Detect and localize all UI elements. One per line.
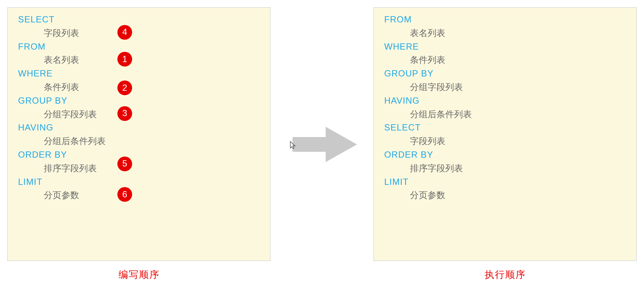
arrow-right-icon	[285, 122, 359, 166]
clause-row: ORDER BY排序字段列表	[384, 150, 626, 174]
clause-row: SELECT字段列表	[384, 122, 626, 147]
clause-description: 分页参数	[410, 190, 626, 201]
sql-keyword: LIMIT	[18, 177, 260, 187]
clause-row: GROUP BY分组字段列表3	[18, 96, 260, 120]
clause-description: 表名列表	[410, 28, 626, 39]
order-badge: 5	[117, 157, 132, 171]
clause-description: 排序字段列表	[410, 163, 626, 174]
right-panel-wrapper: FROM表名列表WHERE条件列表GROUP BY分组字段列表HAVING分组后…	[374, 7, 637, 281]
writing-order-panel: SELECT字段列表4FROM表名列表1WHERE条件列表2GROUP BY分组…	[7, 7, 270, 261]
clause-description: 排序字段列表5	[44, 163, 260, 174]
order-badge: 2	[117, 80, 132, 95]
sql-keyword: LIMIT	[384, 177, 626, 187]
sql-keyword: FROM	[18, 42, 260, 52]
sql-keyword: FROM	[384, 14, 626, 25]
clause-description: 分组字段列表3	[44, 109, 260, 120]
sql-keyword: ORDER BY	[384, 150, 626, 160]
arrow-section	[285, 122, 359, 166]
sql-keyword: SELECT	[18, 14, 260, 25]
sql-keyword: ORDER BY	[18, 150, 260, 160]
right-caption: 执行顺序	[485, 268, 526, 281]
clause-row: HAVING分组后条件列表	[18, 122, 260, 147]
sql-keyword: WHERE	[18, 68, 260, 79]
sql-keyword: WHERE	[384, 42, 626, 52]
left-panel-wrapper: SELECT字段列表4FROM表名列表1WHERE条件列表2GROUP BY分组…	[7, 7, 270, 281]
clause-description: 分组后条件列表	[44, 136, 260, 147]
sql-keyword: HAVING	[18, 122, 260, 133]
clause-description: 条件列表	[410, 55, 626, 65]
clause-row: WHERE条件列表	[384, 42, 626, 66]
cursor-icon	[290, 141, 296, 152]
clause-row: HAVING分组后条件列表	[384, 96, 626, 120]
clause-description: 字段列表	[410, 136, 626, 147]
clause-row: LIMIT分页参数	[384, 177, 626, 201]
sql-keyword: GROUP BY	[18, 96, 260, 106]
execution-order-panel: FROM表名列表WHERE条件列表GROUP BY分组字段列表HAVING分组后…	[374, 7, 637, 261]
diagram-container: SELECT字段列表4FROM表名列表1WHERE条件列表2GROUP BY分组…	[0, 0, 644, 288]
clause-description: 表名列表1	[44, 55, 260, 65]
clause-description: 分组后条件列表	[410, 109, 626, 120]
left-caption: 编写顺序	[118, 268, 160, 281]
clause-row: ORDER BY排序字段列表5	[18, 150, 260, 174]
clause-row: SELECT字段列表4	[18, 14, 260, 39]
sql-keyword: GROUP BY	[384, 68, 626, 79]
clause-row: GROUP BY分组字段列表	[384, 68, 626, 93]
order-badge: 1	[117, 52, 132, 67]
clause-description: 分页参数6	[44, 190, 260, 201]
clause-description: 条件列表2	[44, 82, 260, 93]
clause-row: FROM表名列表1	[18, 42, 260, 66]
clause-row: WHERE条件列表2	[18, 68, 260, 93]
order-badge: 6	[117, 187, 132, 202]
svg-marker-0	[293, 127, 357, 162]
order-badge: 4	[117, 25, 132, 40]
order-badge: 3	[117, 106, 132, 121]
sql-keyword: HAVING	[384, 96, 626, 106]
clause-row: FROM表名列表	[384, 14, 626, 39]
clause-description: 字段列表4	[44, 28, 260, 39]
clause-description: 分组字段列表	[410, 82, 626, 93]
sql-keyword: SELECT	[384, 122, 626, 133]
clause-row: LIMIT分页参数6	[18, 177, 260, 201]
